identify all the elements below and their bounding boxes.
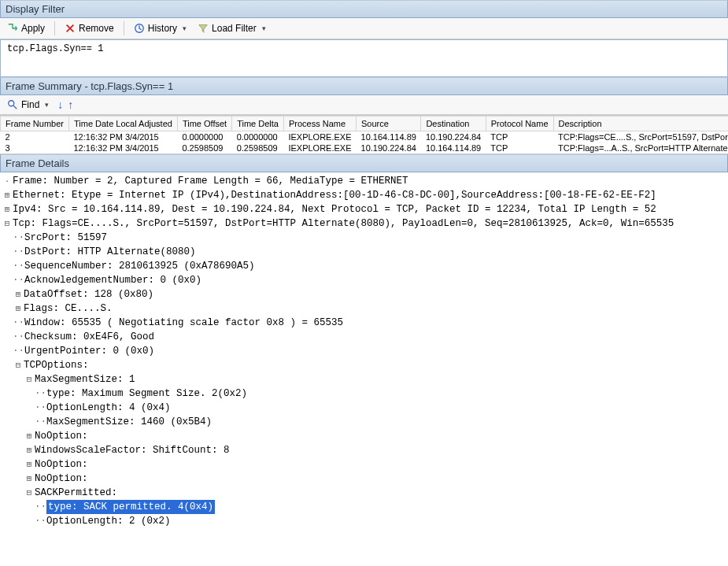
history-button[interactable]: History [130, 20, 190, 36]
apply-button[interactable]: Apply [3, 20, 49, 36]
frame-summary-header: Frame Summary - tcp.Flags.Syn== 1 [0, 77, 728, 95]
tree-text: type: Maximum Segment Size. 2(0x2) [46, 387, 247, 401]
col-process-name[interactable]: Process Name [283, 117, 356, 131]
tree-guide: ·· [13, 273, 24, 287]
filter-expression-input[interactable]: tcp.Flags.Syn== 1 [0, 39, 728, 77]
tree-text: NoOption: [35, 457, 88, 472]
separator [124, 21, 124, 35]
tree-node-sackpermitted[interactable]: ⊟SACKPermitted: [2, 486, 726, 500]
cell: TCP [486, 131, 553, 143]
cell: 10.164.114.89 [421, 142, 486, 154]
tree-node-srcport[interactable]: ··SrcPort: 51597 [2, 231, 726, 245]
tree-node-dataoffset[interactable]: ⊞DataOffset: 128 (0x80) [2, 287, 726, 301]
svg-point-1 [9, 101, 14, 106]
col-description[interactable]: Description [553, 117, 728, 131]
tree-guide: ·· [35, 514, 46, 528]
cell: TCP:Flags=CE....S., SrcPort=51597, DstPo… [553, 131, 728, 143]
col-time-delta[interactable]: Time Delta [232, 117, 284, 131]
tree-node-mss[interactable]: ⊟MaxSegmentSize: 1 [2, 372, 726, 387]
tree-node-mss-len[interactable]: ··OptionLength: 4 (0x4) [2, 401, 726, 415]
find-button[interactable]: Find [3, 97, 53, 113]
cell: 12:16:32 PM 3/4/2015 [68, 142, 177, 154]
col-destination[interactable]: Destination [421, 117, 486, 131]
tree-text: Checksum: 0xE4F6, Good [24, 330, 154, 344]
tree-expand-icon[interactable]: ⊞ [13, 287, 24, 301]
tree-guide: ·· [13, 316, 24, 330]
cell: 10.190.224.84 [421, 131, 486, 143]
tree-node-ethernet[interactable]: ⊞Ethernet: Etype = Internet IP (IPv4),De… [2, 188, 726, 202]
col-protocol[interactable]: Protocol Name [486, 117, 553, 131]
tree-text: Window: 65535 ( Negotiating scale factor… [24, 316, 343, 330]
cell: 3 [1, 142, 69, 154]
tree-node-flags[interactable]: ⊞Flags: CE....S. [2, 301, 726, 316]
tree-collapse-icon[interactable]: ⊟ [13, 358, 24, 372]
tree-text: NoOption: [35, 429, 88, 443]
tree-node-noop[interactable]: ⊞NoOption: [2, 457, 726, 472]
tree-text: SACKPermitted: [35, 486, 117, 500]
tree-text: MaxSegmentSize: 1 [35, 372, 135, 387]
tree-node-noop[interactable]: ⊞NoOption: [2, 472, 726, 486]
tree-node-sack-len[interactable]: ··OptionLength: 2 (0x2) [2, 514, 726, 528]
tree-text: OptionLength: 4 (0x4) [46, 401, 171, 415]
tree-guide: ·· [35, 387, 46, 401]
table-header-row: Frame Number Time Date Local Adjusted Ti… [1, 117, 729, 131]
table-row[interactable]: 3 12:16:32 PM 3/4/2015 0.2598509 0.25985… [1, 142, 729, 154]
tree-node-sack-type[interactable]: ··type: SACK permitted. 4(0x4) [2, 500, 726, 514]
tree-node-window[interactable]: ··Window: 65535 ( Negotiating scale fact… [2, 316, 726, 330]
col-frame-number[interactable]: Frame Number [1, 117, 69, 131]
cell: 12:16:32 PM 3/4/2015 [68, 131, 177, 143]
tree-guide: ·· [13, 330, 24, 344]
tree-expand-icon[interactable]: ⊞ [13, 301, 24, 316]
tree-node-tcp[interactable]: ⊟Tcp: Flags=CE....S., SrcPort=51597, Dst… [2, 216, 726, 231]
tree-node-ipv4[interactable]: ⊞Ipv4: Src = 10.164.114.89, Dest = 10.19… [2, 202, 726, 216]
frame-details-tree[interactable]: ·Frame: Number = 2, Captured Frame Lengt… [0, 172, 728, 530]
tree-node-wsf[interactable]: ⊞WindowsScaleFactor: ShiftCount: 8 [2, 443, 726, 457]
tree-expand-icon[interactable]: ⊞ [24, 443, 35, 457]
tree-guide: ·· [13, 245, 24, 259]
display-filter-header: Display Filter [0, 0, 728, 18]
tree-collapse-icon[interactable]: ⊟ [24, 486, 35, 500]
tree-expand-icon[interactable]: ⊞ [24, 472, 35, 486]
frame-details-header: Frame Details [0, 154, 728, 172]
col-time-offset[interactable]: Time Offset [177, 117, 231, 131]
cell: IEXPLORE.EXE [283, 142, 356, 154]
tree-node-tcpoptions[interactable]: ⊟TCPOptions: [2, 358, 726, 372]
tree-expand-icon[interactable]: ⊞ [2, 188, 13, 202]
table-row[interactable]: 2 12:16:32 PM 3/4/2015 0.0000000 0.00000… [1, 131, 729, 143]
tree-text: SequenceNumber: 2810613925 (0xA78690A5) [24, 259, 255, 273]
tree-node-checksum[interactable]: ··Checksum: 0xE4F6, Good [2, 330, 726, 344]
history-icon [134, 23, 145, 34]
cell: 2 [1, 131, 69, 143]
tree-node-dstport[interactable]: ··DstPort: HTTP Alternate(8080) [2, 245, 726, 259]
tree-node-mss-type[interactable]: ··type: Maximum Segment Size. 2(0x2) [2, 387, 726, 401]
frame-summary-table: Frame Number Time Date Local Adjusted Ti… [0, 116, 728, 154]
remove-label: Remove [79, 23, 114, 34]
tree-text: WindowsScaleFactor: ShiftCount: 8 [35, 443, 230, 457]
tree-node-ack[interactable]: ··AcknowledgementNumber: 0 (0x0) [2, 273, 726, 287]
separator [54, 21, 55, 35]
apply-label: Apply [21, 23, 45, 34]
tree-expand-icon[interactable]: ⊞ [2, 202, 13, 216]
arrow-down-icon[interactable]: ↓ [57, 98, 63, 111]
col-source[interactable]: Source [357, 117, 421, 131]
tree-node-urgent[interactable]: ··UrgentPointer: 0 (0x0) [2, 344, 726, 358]
tree-text: Frame: Number = 2, Captured Frame Length… [13, 174, 408, 188]
tree-collapse-icon[interactable]: ⊟ [2, 216, 13, 231]
col-time-date[interactable]: Time Date Local Adjusted [68, 117, 177, 131]
history-label: History [148, 23, 177, 34]
find-icon [7, 99, 18, 110]
cell: 0.2598509 [232, 142, 284, 154]
tree-collapse-icon[interactable]: ⊟ [24, 372, 35, 387]
load-filter-button[interactable]: Load Filter [194, 20, 270, 36]
tree-text: UrgentPointer: 0 (0x0) [24, 344, 154, 358]
tree-node-mss-val[interactable]: ··MaxSegmentSize: 1460 (0x5B4) [2, 415, 726, 429]
tree-expand-icon[interactable]: ⊞ [24, 457, 35, 472]
load-filter-icon [198, 23, 209, 34]
arrow-up-icon[interactable]: ↑ [68, 98, 73, 111]
tree-node-seq[interactable]: ··SequenceNumber: 2810613925 (0xA78690A5… [2, 259, 726, 273]
tree-expand-icon[interactable]: ⊞ [24, 429, 35, 443]
tree-node-frame[interactable]: ·Frame: Number = 2, Captured Frame Lengt… [2, 174, 726, 188]
remove-button[interactable]: Remove [61, 20, 118, 36]
tree-node-noop[interactable]: ⊞NoOption: [2, 429, 726, 443]
frame-summary-grid-scroll[interactable]: Frame Number Time Date Local Adjusted Ti… [0, 115, 728, 154]
